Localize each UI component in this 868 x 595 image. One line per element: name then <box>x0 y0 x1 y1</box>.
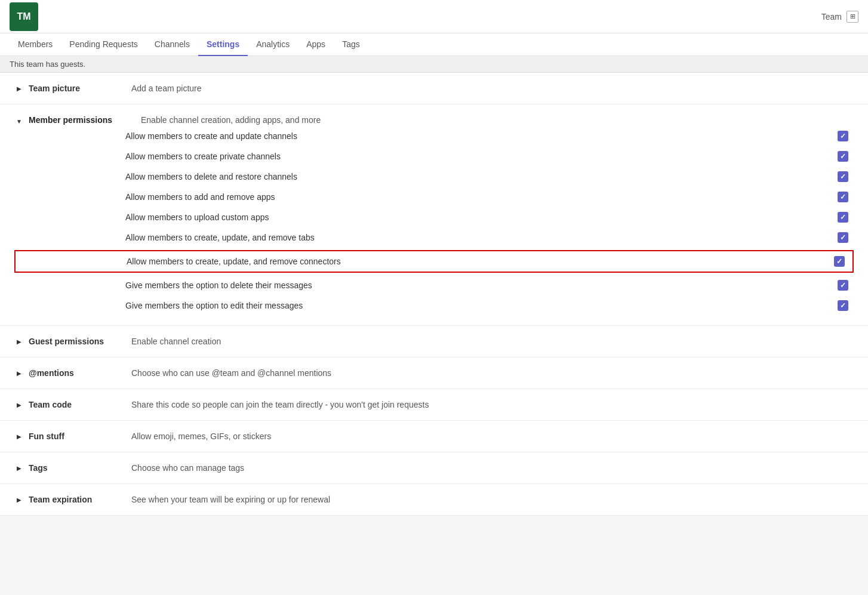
checkbox-create-update-channels[interactable] <box>838 131 848 141</box>
team-picture-desc: Add a team picture <box>131 84 202 93</box>
team-expiration-toggle[interactable]: ▶ <box>14 495 24 504</box>
tab-members[interactable]: Members <box>10 33 61 56</box>
perm-create-update-remove-connectors: Allow members to create, update, and rem… <box>14 250 854 273</box>
checkbox-delete-restore-channels[interactable] <box>838 171 848 182</box>
tags-section: ▶ Tags Choose who can manage tags <box>0 452 868 484</box>
perm-create-update-remove-tabs: Allow members to create, update, and rem… <box>14 227 854 248</box>
team-picture-label: Team picture <box>29 84 131 93</box>
team-picture-toggle[interactable]: ▶ <box>14 84 24 93</box>
guest-permissions-section: ▶ Guest permissions Enable channel creat… <box>0 326 868 357</box>
tags-desc: Choose who can manage tags <box>131 463 244 473</box>
header-right: Team ⊞ <box>821 11 858 23</box>
checkbox-create-update-remove-connectors[interactable] <box>834 256 845 267</box>
fun-stuff-desc: Allow emoji, memes, GIFs, or stickers <box>131 431 271 441</box>
mentions-toggle[interactable]: ▶ <box>14 368 24 378</box>
team-label: Team <box>821 12 842 21</box>
mentions-desc: Choose who can use @team and @channel me… <box>131 368 331 378</box>
perm-add-remove-apps: Allow members to add and remove apps <box>14 187 854 207</box>
tab-pending-requests[interactable]: Pending Requests <box>61 33 146 56</box>
member-permissions-label: Member permissions <box>29 115 136 125</box>
tab-apps[interactable]: Apps <box>298 33 334 56</box>
team-code-desc: Share this code so people can join the t… <box>131 400 429 409</box>
checkbox-create-private-channels[interactable] <box>838 151 848 162</box>
member-permissions-toggle[interactable]: ▼ <box>14 116 24 126</box>
team-code-section: ▶ Team code Share this code so people ca… <box>0 389 868 421</box>
guest-permissions-desc: Enable channel creation <box>131 337 221 346</box>
perm-edit-messages: Give members the option to edit their me… <box>14 295 854 316</box>
perm-create-update-channels: Allow members to create and update chann… <box>14 126 854 146</box>
tab-settings[interactable]: Settings <box>198 33 248 56</box>
tab-tags[interactable]: Tags <box>334 33 368 56</box>
checkbox-delete-messages[interactable] <box>838 280 848 291</box>
team-code-label: Team code <box>29 400 131 409</box>
fun-stuff-toggle[interactable]: ▶ <box>14 431 24 441</box>
mentions-section: ▶ @mentions Choose who can use @team and… <box>0 357 868 389</box>
mentions-label: @mentions <box>29 368 131 378</box>
perm-delete-restore-channels: Allow members to delete and restore chan… <box>14 167 854 187</box>
main-content: ▶ Team picture Add a team picture ▼ Memb… <box>0 73 868 516</box>
member-permissions-section: ▼ Member permissions Enable channel crea… <box>0 104 868 326</box>
tab-channels[interactable]: Channels <box>146 33 198 56</box>
perm-upload-custom-apps: Allow members to upload custom apps <box>14 207 854 227</box>
fun-stuff-label: Fun stuff <box>29 431 131 441</box>
team-icon[interactable]: ⊞ <box>847 11 858 23</box>
avatar[interactable]: TM <box>10 2 38 31</box>
header: TM Team ⊞ <box>0 0 868 33</box>
checkbox-create-update-remove-tabs[interactable] <box>838 232 848 243</box>
perm-delete-messages: Give members the option to delete their … <box>14 275 854 295</box>
guest-banner: This team has guests. <box>0 56 868 73</box>
nav-tabs: Members Pending Requests Channels Settin… <box>0 33 868 56</box>
tags-label: Tags <box>29 463 131 473</box>
team-code-toggle[interactable]: ▶ <box>14 400 24 409</box>
guest-permissions-label: Guest permissions <box>29 337 131 346</box>
team-expiration-section: ▶ Team expiration See when your team wil… <box>0 484 868 516</box>
fun-stuff-section: ▶ Fun stuff Allow emoji, memes, GIFs, or… <box>0 421 868 452</box>
checkbox-add-remove-apps[interactable] <box>838 192 848 202</box>
tab-analytics[interactable]: Analytics <box>248 33 298 56</box>
team-picture-section: ▶ Team picture Add a team picture <box>0 73 868 104</box>
perm-create-private-channels: Allow members to create private channels <box>14 146 854 167</box>
checkbox-upload-custom-apps[interactable] <box>838 212 848 223</box>
permissions-list: Allow members to create and update chann… <box>14 126 854 316</box>
member-permissions-subtitle: Enable channel creation, adding apps, an… <box>136 115 321 125</box>
tags-toggle[interactable]: ▶ <box>14 463 24 473</box>
guest-permissions-toggle[interactable]: ▶ <box>14 337 24 346</box>
team-expiration-label: Team expiration <box>29 495 131 504</box>
team-expiration-desc: See when your team will be expiring or u… <box>131 495 330 504</box>
checkbox-edit-messages[interactable] <box>838 300 848 311</box>
